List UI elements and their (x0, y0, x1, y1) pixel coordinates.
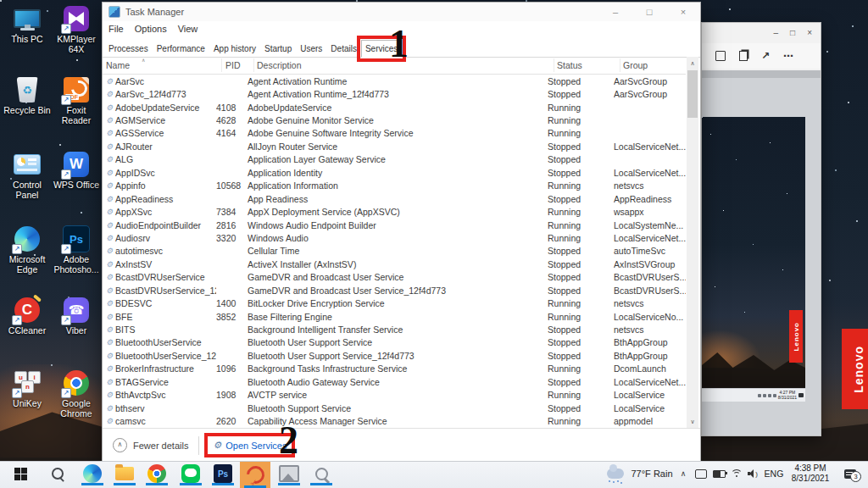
taskbar-search-button[interactable] (44, 462, 71, 485)
save-icon[interactable] (715, 51, 726, 61)
table-row[interactable]: ⚙AarSvc Agent Activation Runtime Stopped… (103, 75, 686, 87)
taskbar-line-button[interactable] (176, 462, 205, 485)
tab-performance[interactable]: Performance (153, 40, 209, 58)
column-header-group[interactable]: Group (623, 60, 648, 70)
table-row[interactable]: ⚙BluetoothUserService Bluetooth User Sup… (103, 336, 686, 349)
tab-app-history[interactable]: App history (209, 40, 260, 58)
desktop-icon-control-panel[interactable]: Control Panel (3, 151, 52, 200)
service-name: BcastDVRUserService_12f4d... (115, 286, 216, 296)
desktop-icon-google-chrome[interactable]: ↗ Google Chrome (52, 369, 101, 419)
language-indicator[interactable]: ENG (761, 462, 787, 485)
table-row[interactable]: ⚙AxInstSV ActiveX Installer (AxInstSV) S… (103, 258, 686, 270)
fewer-details-button[interactable]: Fewer details (133, 441, 188, 451)
service-description: AppX Deployment Service (AppXSVC) (248, 207, 548, 217)
table-row[interactable]: ⚙BITS Background Intelligent Transfer Se… (103, 323, 686, 336)
tray-device-icon[interactable] (693, 462, 709, 485)
weather-text[interactable]: 77°F Rain (627, 462, 676, 485)
close-icon[interactable]: × (807, 28, 812, 37)
table-row[interactable]: ⚙AppXSvc 7384 AppX Deployment Service (A… (103, 205, 686, 218)
more-icon[interactable]: ⋯ (783, 50, 793, 62)
tab-startup[interactable]: Startup (260, 40, 296, 58)
minimize-icon[interactable]: – (774, 28, 779, 37)
foxit-reader-icon: PDF ↗ (63, 76, 90, 103)
scroll-up-icon[interactable]: ∧ (687, 57, 698, 69)
desktop-icon-unikey[interactable]: uin ↗ UniKey (3, 369, 52, 408)
taskbar-chrome-button[interactable] (142, 462, 171, 485)
table-row[interactable]: ⚙BthAvctpSvc 1908 AVCTP service Running … (103, 389, 686, 402)
service-gear-icon: ⚙ (106, 338, 113, 347)
column-header-description[interactable]: Description (257, 60, 302, 70)
table-row[interactable]: ⚙AarSvc_12f4d773 Agent Activation Runtim… (103, 87, 686, 100)
table-row[interactable]: ⚙AppReadiness App Readiness Stopped AppR… (103, 192, 686, 205)
taskbar-search-app-button[interactable] (307, 462, 336, 485)
desktop-icon-recycle-bin[interactable]: ♻ Recycle Bin (3, 76, 52, 115)
service-status: Running (548, 115, 614, 125)
menu-view[interactable]: View (178, 24, 204, 34)
service-description: Agent Activation Runtime (248, 76, 548, 86)
table-row[interactable]: ⚙BrokerInfrastructure 1096 Background Ta… (103, 363, 686, 375)
weather-widget[interactable] (604, 462, 627, 485)
minimize-icon[interactable]: – (598, 3, 632, 21)
table-row[interactable]: ⚙BluetoothUserService_12f4d... Bluetooth… (103, 349, 686, 362)
clock[interactable]: 4:38 PM 8/31/2021 (787, 462, 834, 485)
taskbar-snip-sketch-button[interactable]: ✂ (240, 462, 270, 488)
notification-center-button[interactable]: 3 (839, 462, 861, 485)
table-row[interactable]: ⚙BFE 3852 Base Filtering Engine Running … (103, 310, 686, 323)
service-description: ActiveX Installer (AxInstSV) (248, 259, 548, 269)
snip-sketch-window[interactable]: – □ × ↗ ⋯ Lenovo 4:27 PM (701, 22, 821, 436)
share-icon[interactable]: ↗ (761, 50, 770, 62)
table-row[interactable]: ⚙BcastDVRUserService_12f4d... GameDVR an… (103, 284, 686, 297)
volume-icon[interactable]: ) (745, 462, 760, 485)
table-row[interactable]: ⚙AGSService 4164 Adobe Genuine Software … (103, 127, 686, 140)
service-gear-icon: ⚙ (106, 116, 113, 125)
desktop-icon-ccleaner[interactable]: C ↗ CCleaner (3, 297, 52, 336)
maximize-icon[interactable]: □ (790, 28, 795, 37)
start-button[interactable] (7, 462, 34, 485)
table-scrollbar[interactable]: ∧ ∨ (687, 57, 698, 428)
task-manager-titlebar[interactable]: Task Manager – □ × (103, 3, 700, 21)
table-row[interactable]: ⚙AudioEndpointBuilder 2816 Windows Audio… (103, 219, 686, 231)
table-row[interactable]: ⚙camsvc 2620 Capability Access Manager S… (103, 414, 686, 427)
desktop-icon-wps-office[interactable]: W ↗ WPS Office (52, 151, 101, 190)
table-row[interactable]: ⚙AJRouter AllJoyn Router Service Stopped… (103, 140, 686, 152)
tab-processes[interactable]: Processes (104, 40, 153, 58)
desktop-icon-foxit-reader[interactable]: PDF ↗ Foxit Reader (52, 76, 101, 125)
tab-details[interactable]: Details (326, 40, 361, 58)
close-icon[interactable]: × (666, 3, 700, 21)
table-row[interactable]: ⚙AGMService 4628 Adobe Genuine Monitor S… (103, 114, 686, 126)
battery-icon[interactable] (710, 462, 727, 485)
menu-file[interactable]: File (108, 24, 130, 34)
taskbar-photos-button[interactable] (275, 462, 303, 485)
desktop-icon-viber[interactable]: ☎ ↗ Viber (52, 297, 101, 336)
table-row[interactable]: ⚙Appinfo 10568 Application Information R… (103, 180, 686, 192)
shortcut-arrow-icon: ↗ (61, 95, 71, 105)
desktop-icon-photoshop[interactable]: Ps ↗ Adobe Photosho... (52, 225, 101, 274)
desktop-icon-this-pc[interactable]: This PC (3, 5, 52, 44)
table-row[interactable]: ⚙BcastDVRUserService GameDVR and Broadca… (103, 271, 686, 284)
table-row[interactable]: ⚙Audiosrv 3320 Windows Audio Running Loc… (103, 231, 686, 244)
scroll-down-icon[interactable]: ∨ (687, 415, 698, 428)
menu-options[interactable]: Options (135, 24, 173, 34)
column-header-name[interactable]: Name (106, 60, 130, 70)
table-row[interactable]: ⚙BDESVC 1400 BitLocker Drive Encryption … (103, 297, 686, 309)
tray-chevron-up-icon[interactable]: ∧ (676, 462, 690, 485)
table-row[interactable]: ⚙autotimesvc Cellular Time Stopped autoT… (103, 245, 686, 258)
copy-icon[interactable] (739, 51, 748, 61)
desktop-icon-microsoft-edge[interactable]: ↗ Microsoft Edge (3, 225, 52, 274)
scrollbar-thumb[interactable] (687, 70, 698, 118)
table-row[interactable]: ⚙AdobeUpdateService 4108 AdobeUpdateServ… (103, 101, 686, 114)
desktop-icon-kmplayer[interactable]: ↗ KMPlayer 64X (52, 5, 101, 54)
maximize-icon[interactable]: □ (632, 3, 666, 21)
wifi-icon[interactable] (729, 462, 744, 485)
table-row[interactable]: ⚙ALG Application Layer Gateway Service S… (103, 153, 686, 166)
taskbar-edge-button[interactable] (78, 462, 107, 485)
table-row[interactable]: ⚙bthserv Bluetooth Support Service Stopp… (103, 402, 686, 414)
table-row[interactable]: ⚙BTAGService Bluetooth Audio Gateway Ser… (103, 375, 686, 388)
tab-users[interactable]: Users (296, 40, 326, 58)
taskbar-photoshop-button[interactable]: Ps (209, 462, 237, 485)
desktop-icon-label: Control Panel (3, 180, 52, 200)
column-header-pid[interactable]: PID (225, 60, 241, 70)
taskbar-file-explorer-button[interactable] (110, 462, 139, 485)
column-header-status[interactable]: Status (557, 60, 582, 70)
table-row[interactable]: ⚙AppIDSvc Application Identity Stopped L… (103, 166, 686, 179)
